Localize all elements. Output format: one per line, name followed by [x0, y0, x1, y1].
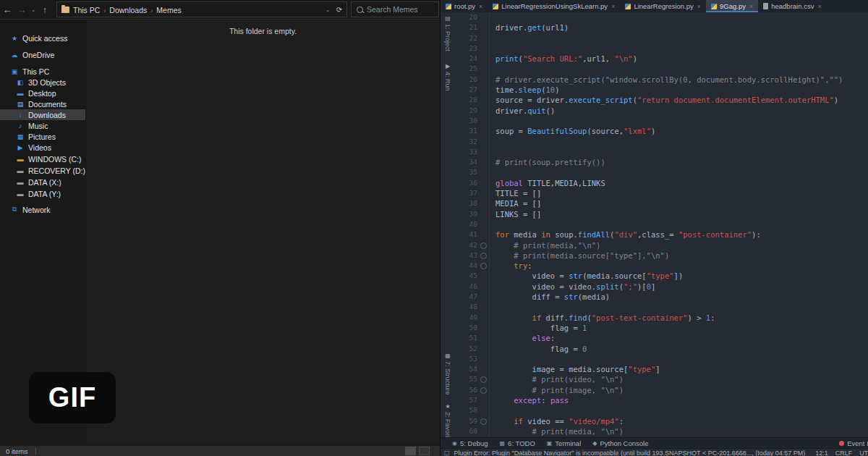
- fold-marker-icon[interactable]: [480, 418, 487, 425]
- code-line[interactable]: 48: [456, 302, 868, 312]
- tool-window-toggle-icon[interactable]: ▢: [444, 449, 450, 456]
- breadcrumb-item[interactable]: Downloads: [106, 6, 150, 14]
- tab-linearregressionusingsklearn-py[interactable]: LinearRegressionUsingSkLearn.py×: [488, 0, 620, 12]
- code-line[interactable]: 50 flag = 1: [456, 323, 868, 333]
- code-line[interactable]: 41for media in soup.findAll("div",class_…: [456, 229, 868, 240]
- tool-window-button-6-todo[interactable]: ▦6: TODO: [500, 439, 535, 447]
- code-line[interactable]: 55 # print(video, "\n"): [456, 374, 868, 384]
- search-input[interactable]: Search Memes: [351, 1, 439, 17]
- code-line[interactable]: 58: [456, 405, 868, 415]
- fold-marker-icon[interactable]: [480, 387, 487, 394]
- code-line[interactable]: 31soup = BeautifulSoup(source,"lxml"): [456, 126, 868, 136]
- code-editor[interactable]: 2021driver.get(url1)222324print("Search …: [456, 12, 868, 437]
- fold-marker-icon[interactable]: [480, 376, 487, 383]
- recent-locations-caret-icon[interactable]: ⌄: [29, 7, 38, 13]
- sidebar-item-desktop[interactable]: ▬Desktop: [0, 88, 85, 98]
- code-line[interactable]: 35: [456, 167, 868, 177]
- code-line[interactable]: 44 try:: [456, 261, 868, 271]
- code-line[interactable]: 57 except: pass: [456, 395, 868, 405]
- tool-window-button-python-console[interactable]: ◆Python Console: [592, 439, 648, 447]
- code-line[interactable]: 43 # print(media.source["type"],"\n"): [456, 250, 868, 261]
- code-line[interactable]: 26# driver.execute_script("window.scroll…: [456, 75, 868, 85]
- sidebar-item-music[interactable]: ♪Music: [0, 120, 85, 131]
- sidebar-item-videos[interactable]: ▶Videos: [0, 142, 85, 153]
- tab-headbrain-csv[interactable]: headbrain.csv×: [758, 0, 826, 12]
- code-line[interactable]: 24print("Search URL:",url1, "\n"): [456, 54, 868, 64]
- code-line[interactable]: 38MEDIA = []: [456, 198, 868, 208]
- close-icon[interactable]: ×: [479, 3, 482, 10]
- code-line[interactable]: 46 video = video.split(";")[0]: [456, 282, 868, 292]
- sidebar-item-this-pc[interactable]: ▣This PC: [0, 66, 85, 77]
- address-dropdown-icon[interactable]: ⌄: [323, 7, 332, 13]
- code-line[interactable]: 28source = driver.execute_script("return…: [456, 95, 868, 105]
- code-line[interactable]: 54 image = media.source["type"]: [456, 364, 868, 374]
- sidebar-item-onedrive[interactable]: ☁OneDrive: [0, 49, 85, 60]
- code-line[interactable]: 59 if video == "video/mp4":: [456, 416, 868, 426]
- code-line[interactable]: 32: [456, 137, 868, 147]
- caret-position[interactable]: 12:1: [815, 449, 828, 456]
- event-log-button[interactable]: Event Log: [839, 439, 868, 447]
- line-separator[interactable]: CRLF: [835, 449, 853, 456]
- plugin-error-message[interactable]: Plugin Error: Plugin "Database Navigator…: [454, 449, 806, 456]
- close-icon[interactable]: ×: [749, 3, 753, 10]
- code-line[interactable]: 47 diff = str(media): [456, 292, 868, 302]
- code-line[interactable]: 56 # print(image, "\n"): [456, 385, 868, 395]
- code-line[interactable]: 51 else:: [456, 333, 868, 343]
- sidebar-item-recovery-d[interactable]: ▬RECOVERY (D:): [0, 165, 85, 176]
- code-line[interactable]: 33: [456, 147, 868, 157]
- code-line[interactable]: 23: [456, 43, 868, 54]
- code-line[interactable]: 40: [456, 219, 868, 229]
- back-icon[interactable]: ←: [0, 4, 14, 15]
- code-line[interactable]: 37TITLE = []: [456, 188, 868, 198]
- code-line[interactable]: 22: [456, 33, 868, 43]
- tool-window-button-7-structure[interactable]: ▦7: Structure: [444, 352, 451, 395]
- tab-linearregresion-py[interactable]: LinearRegresion.py×: [620, 0, 706, 12]
- code-line[interactable]: 53: [456, 354, 868, 364]
- sidebar-item-documents[interactable]: ▤Documents: [0, 98, 85, 109]
- sidebar-item-downloads[interactable]: ↓Downloads: [0, 109, 85, 120]
- sidebar-item-pictures[interactable]: ▦Pictures: [0, 131, 85, 142]
- refresh-icon[interactable]: ⟳: [332, 6, 346, 14]
- sidebar-item-data-x[interactable]: ▬DATA (X:): [0, 177, 85, 187]
- code-line[interactable]: 36global TITLE,MEDIA,LINKS: [456, 178, 868, 188]
- code-line[interactable]: 27time.sleep(10): [456, 85, 868, 95]
- file-encoding[interactable]: UTF-8: [859, 449, 868, 456]
- sidebar-item-network[interactable]: ⧉Network: [0, 204, 85, 215]
- address-bar[interactable]: This PC›Downloads›Memes ⌄ ⟳: [56, 1, 347, 17]
- code-line[interactable]: 60 # print(media, "\n"): [456, 426, 868, 436]
- close-icon[interactable]: ×: [817, 3, 821, 10]
- breadcrumb-item[interactable]: This PC: [69, 6, 103, 14]
- explorer-content-area[interactable]: This folder is empty.: [86, 20, 440, 446]
- sidebar-item-windows-c[interactable]: ▬WINDOWS (C:): [0, 153, 85, 164]
- code-line[interactable]: 49 if diff.find("post-text-container") >…: [456, 313, 868, 323]
- tool-window-button-4-run[interactable]: ▶4: Run: [444, 63, 451, 91]
- details-view-icon[interactable]: [405, 447, 416, 455]
- fold-marker-icon[interactable]: [480, 253, 487, 259]
- sidebar-item-3d-objects[interactable]: ◧3D Objects: [0, 77, 85, 88]
- code-line[interactable]: 45 video = str(media.source["type"]): [456, 271, 868, 281]
- code-line[interactable]: 29driver.quit(): [456, 106, 868, 116]
- forward-icon[interactable]: →: [14, 4, 29, 15]
- code-line[interactable]: 21driver.get(url1): [456, 22, 868, 33]
- sidebar-item-quick-access[interactable]: ★Quick access: [0, 33, 85, 43]
- code-line[interactable]: 25: [456, 64, 868, 74]
- close-icon[interactable]: ×: [697, 3, 701, 10]
- code-line[interactable]: 20: [456, 12, 868, 22]
- code-line[interactable]: 30: [456, 116, 868, 126]
- code-line[interactable]: 52 flag = 0: [456, 344, 868, 354]
- tool-window-button-1-project[interactable]: ▤1: Project: [444, 15, 451, 51]
- tool-window-button-5-debug[interactable]: ◉5: Debug: [452, 439, 488, 447]
- up-icon[interactable]: ↑: [38, 4, 52, 15]
- code-line[interactable]: 39LINKS = []: [456, 209, 868, 219]
- tool-window-button-terminal[interactable]: ▣Terminal: [547, 439, 581, 447]
- tab-9gag-py[interactable]: 9Gag.py×: [706, 0, 758, 12]
- code-line[interactable]: 42 # print(media,"\n"): [456, 240, 868, 250]
- fold-marker-icon[interactable]: [480, 242, 487, 249]
- tab-root-py[interactable]: root.py×: [441, 0, 488, 12]
- code-line[interactable]: 34# print(soup.prettify()): [456, 157, 868, 167]
- breadcrumb-item[interactable]: Memes: [153, 6, 184, 14]
- close-icon[interactable]: ×: [611, 3, 615, 10]
- fold-marker-icon[interactable]: [480, 263, 487, 269]
- sidebar-item-data-y[interactable]: ▬DATA (Y:): [0, 188, 85, 199]
- thumbnail-view-icon[interactable]: [419, 447, 430, 455]
